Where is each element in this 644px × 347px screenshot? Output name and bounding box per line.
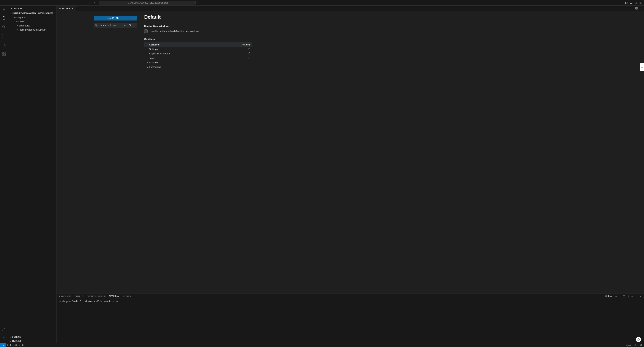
settings-sliders-icon (58, 7, 61, 10)
folder-label: workspace (14, 16, 25, 19)
tab-close-button[interactable]: ✕ (71, 7, 74, 10)
contents-row-settings[interactable]: Settings (144, 47, 252, 51)
split-editor-button[interactable] (635, 7, 638, 10)
sidebar-header: EXPLORER ⋯ (8, 6, 56, 11)
folder-anthropics[interactable]: › anthropics (8, 24, 56, 28)
chevron-down-icon (134, 17, 136, 19)
panel-tab-output[interactable]: OUTPUT (74, 295, 84, 298)
panel-tab-problems[interactable]: PROBLEMS (59, 295, 71, 298)
new-terminal-button[interactable]: ＋ (615, 295, 617, 298)
customize-layout-icon[interactable] (639, 1, 642, 4)
app-menu-button[interactable] (0, 7, 8, 12)
contents-title: Contents (144, 38, 636, 40)
default-profile-checkbox[interactable] (144, 30, 148, 33)
toggle-panel-icon[interactable] (630, 1, 633, 4)
svg-point-22 (59, 8, 60, 9)
contents-col-1: Contents (149, 43, 160, 46)
remote-icon (2, 344, 4, 346)
svg-rect-16 (4, 54, 6, 55)
svg-rect-15 (2, 54, 4, 55)
split-terminal-button[interactable] (623, 295, 625, 298)
open-file-icon[interactable] (248, 57, 250, 59)
svg-point-11 (2, 37, 3, 38)
contents-row-snippets[interactable]: › Snippets (144, 60, 252, 65)
contents-col-2: Actions (242, 43, 250, 46)
panel-tab-ports[interactable]: PORTS (123, 295, 131, 298)
terminal-body[interactable]: abc@834fa8d53fd2:/home/hdkiller/workspac… (57, 299, 644, 343)
terminal-shell-label[interactable]: bash (605, 295, 613, 298)
assistant-badge[interactable] (636, 337, 641, 342)
panel-tab-debug-console[interactable]: DEBUG CONSOLE (87, 295, 106, 298)
bell-icon (640, 344, 642, 346)
folder-learn-python[interactable]: › learn-python-with-jupyter (8, 28, 56, 32)
svg-rect-14 (2, 52, 4, 54)
folder-courses[interactable]: ⌄ courses (8, 20, 56, 24)
default-profile-checkbox-label: Use this profile as the default for new … (150, 30, 199, 32)
chevron-right-icon: › (16, 28, 19, 31)
profile-heading: Default (144, 14, 636, 20)
activity-explorer[interactable] (0, 15, 8, 21)
sidebar-more-button[interactable]: ⋯ (52, 7, 54, 10)
new-profile-button[interactable]: New Profile (94, 16, 132, 20)
kill-terminal-button[interactable] (627, 295, 630, 298)
activity-accounts[interactable] (0, 326, 8, 332)
row-label: Extensions (149, 66, 161, 68)
remote-indicator[interactable] (0, 343, 6, 347)
nav-back-button[interactable] (87, 1, 91, 5)
activity-search[interactable] (0, 24, 8, 30)
open-file-icon[interactable] (248, 52, 250, 55)
svg-rect-7 (640, 2, 641, 4)
sidebar: EXPLORER ⋯ ⌄ UNTITLED-1730040171601 (WOR… (8, 6, 57, 343)
workspace-root-label: UNTITLED-1730040171601 (WORKSPACE) (12, 12, 53, 14)
outline-section[interactable]: › OUTLINE (8, 335, 56, 339)
svg-point-37 (638, 339, 639, 340)
svg-point-18 (3, 328, 4, 329)
close-panel-button[interactable]: ✕ (640, 295, 642, 298)
folder-workspace[interactable]: ⌄ workspace (8, 15, 56, 20)
terminal-icon (605, 295, 608, 298)
panel-tab-terminal[interactable]: TERMINAL (109, 295, 120, 298)
profile-item-default[interactable]: Default In use ⋯ (94, 23, 137, 28)
tab-label: Profiles (62, 7, 70, 10)
contents-row-keyboard[interactable]: Keyboard Shortcuts (144, 51, 252, 56)
activity-run-debug[interactable] (0, 42, 8, 48)
maximize-panel-button[interactable] (636, 295, 638, 298)
new-window-profile-button[interactable] (128, 24, 131, 27)
status-keyboard-layout[interactable]: Layout: U.S. (625, 344, 637, 346)
timeline-section[interactable]: › TIMELINE (8, 339, 56, 343)
editor-more-button[interactable]: ⋯ (640, 7, 642, 10)
profile-more-button[interactable]: ⋯ (132, 24, 136, 27)
activity-source-control[interactable] (0, 33, 8, 39)
tab-profiles[interactable]: Profiles ✕ (57, 6, 76, 11)
status-ports[interactable]: 0 (19, 344, 24, 346)
row-label: Settings (149, 48, 158, 50)
workspace-root[interactable]: ⌄ UNTITLED-1730040171601 (WORKSPACE) (8, 11, 56, 15)
svg-rect-28 (248, 53, 250, 54)
command-center[interactable]: Untitled-1730040171601 (Workspace) (99, 1, 196, 5)
chevron-right-icon: › (9, 340, 12, 342)
status-notifications[interactable] (640, 344, 642, 346)
svg-point-35 (637, 338, 640, 341)
chevron-right-icon: › (146, 61, 149, 64)
svg-rect-6 (636, 2, 637, 4)
new-profile-dropdown[interactable] (132, 16, 137, 20)
toggle-primary-sidebar-icon[interactable] (624, 1, 628, 4)
status-problems[interactable]: 0 0 (7, 344, 16, 346)
activate-profile-button[interactable] (123, 24, 127, 27)
chevron-down-icon: ⌄ (11, 16, 14, 19)
svg-rect-27 (248, 48, 250, 50)
title-bar: Untitled-1730040171601 (Workspace) (0, 0, 644, 6)
svg-rect-17 (4, 52, 6, 54)
terminal-dropdown[interactable] (619, 296, 621, 297)
sidebar-title: EXPLORER (11, 7, 23, 10)
side-handle-widget[interactable] (640, 63, 644, 71)
toggle-secondary-sidebar-icon[interactable] (634, 1, 638, 4)
activity-bar (0, 6, 8, 343)
contents-row-extensions[interactable]: › Extensions (144, 65, 252, 69)
open-file-icon[interactable] (248, 48, 250, 50)
activity-extensions[interactable] (0, 51, 8, 57)
panel-more-button[interactable]: ⋯ (631, 295, 634, 298)
activity-settings[interactable] (0, 335, 8, 341)
contents-row-tasks[interactable]: Tasks (144, 56, 252, 60)
nav-forward-button[interactable] (92, 1, 96, 5)
